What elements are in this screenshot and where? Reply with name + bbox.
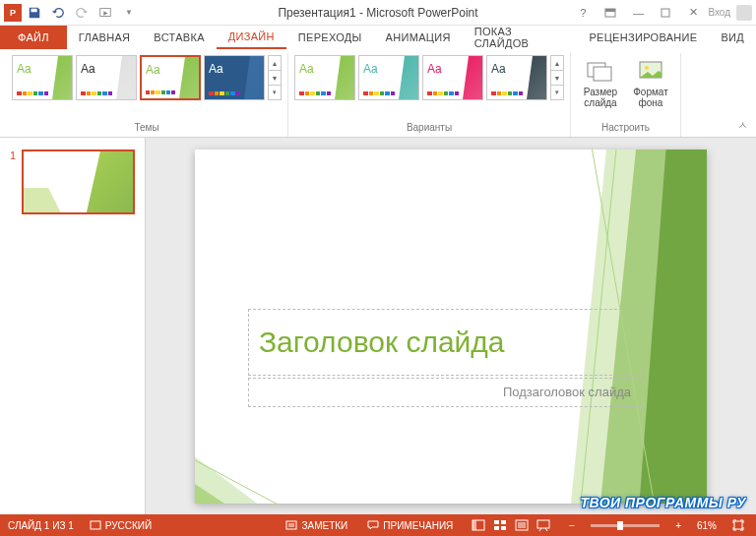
start-from-beginning-button[interactable] (94, 2, 116, 24)
slide-thumbnail-1[interactable]: 1 (10, 149, 135, 214)
svg-point-7 (645, 66, 649, 70)
window-controls: ? — ✕ Вход (570, 2, 752, 24)
undo-button[interactable] (47, 2, 69, 24)
zoom-out-button[interactable]: − (565, 520, 579, 531)
svg-rect-25 (501, 526, 506, 530)
slide-editor[interactable]: Заголовок слайда Подзаголовок слайда (146, 138, 756, 514)
slide-canvas: Заголовок слайда Подзаголовок слайда (195, 149, 707, 504)
notes-button[interactable]: ЗАМЕТКИ (282, 520, 351, 531)
language-button[interactable]: РУССКИЙ (86, 520, 156, 531)
zoom-slider[interactable] (591, 524, 660, 527)
svg-rect-3 (662, 9, 669, 17)
ribbon: AaAaAaAa▲▼▾ Темы AaAaAaAa▲▼▾ Варианты Ра… (0, 49, 756, 138)
slide-size-button[interactable]: Размер слайда (577, 55, 624, 110)
svg-rect-21 (472, 520, 476, 530)
zoom-level[interactable]: 61% (697, 520, 717, 531)
slide-size-icon (585, 57, 616, 85)
slide-decor-left (195, 405, 323, 504)
slide-number: 1 (10, 149, 16, 214)
ribbon-group-themes: AaAaAaAa▲▼▾ Темы (6, 53, 288, 137)
ribbon-display-button[interactable] (598, 2, 623, 24)
svg-rect-22 (494, 520, 499, 524)
variants-more-button[interactable]: ▲▼▾ (550, 55, 564, 100)
variants-group-label: Варианты (407, 120, 452, 137)
fit-to-window-button[interactable] (728, 519, 748, 531)
variant-thumb-1[interactable]: Aa (358, 55, 419, 100)
reading-view-button[interactable] (512, 517, 532, 533)
view-buttons (469, 517, 553, 533)
tab-design[interactable]: ДИЗАЙН (217, 26, 286, 49)
tab-transitions[interactable]: ПЕРЕХОДЫ (286, 26, 374, 49)
svg-rect-23 (501, 520, 506, 524)
customize-group-label: Настроить (601, 120, 650, 137)
svg-rect-5 (594, 67, 611, 81)
comments-button[interactable]: ПРИМЕЧАНИЯ (363, 520, 457, 531)
maximize-button[interactable] (653, 2, 678, 24)
help-button[interactable]: ? (570, 2, 596, 24)
ribbon-group-customize: Размер слайда Формат фона Настроить (571, 53, 681, 137)
window-title: Презентация1 - Microsoft PowerPoint (278, 6, 477, 20)
tab-home[interactable]: ГЛАВНАЯ (67, 26, 143, 49)
slide-subtitle-placeholder[interactable]: Подзаголовок слайда (248, 378, 642, 407)
slide-sorter-button[interactable] (490, 517, 510, 533)
minimize-button[interactable]: — (625, 2, 651, 24)
slides-thumbnail-panel[interactable]: 1 (0, 138, 146, 514)
theme-thumb-3[interactable]: Aa (204, 55, 265, 100)
tab-review[interactable]: РЕЦЕНЗИРОВАНИЕ (577, 26, 709, 49)
slide-counter[interactable]: СЛАЙД 1 ИЗ 1 (8, 520, 74, 531)
tab-insert[interactable]: ВСТАВКА (142, 26, 216, 49)
svg-rect-17 (286, 521, 296, 529)
svg-rect-2 (605, 9, 615, 12)
slide-title-placeholder[interactable]: Заголовок слайда (248, 309, 642, 376)
tab-slideshow[interactable]: ПОКАЗ СЛАЙДОВ (463, 26, 578, 49)
status-bar: СЛАЙД 1 ИЗ 1 РУССКИЙ ЗАМЕТКИ ПРИМЕЧАНИЯ … (0, 514, 756, 536)
slide-mini-preview (22, 149, 135, 214)
slideshow-view-button[interactable] (534, 517, 553, 533)
slide-subtitle-text: Подзаголовок слайда (503, 385, 631, 399)
variant-thumb-0[interactable]: Aa (294, 55, 355, 100)
theme-thumb-0[interactable]: Aa (12, 55, 73, 100)
sign-in-link[interactable]: Вход (708, 7, 730, 18)
ribbon-tabs: ФАЙЛ ГЛАВНАЯ ВСТАВКА ДИЗАЙН ПЕРЕХОДЫ АНИ… (0, 26, 756, 49)
user-avatar-icon[interactable] (736, 5, 752, 21)
svg-rect-33 (734, 521, 742, 529)
redo-button[interactable] (71, 2, 93, 24)
format-background-button[interactable]: Формат фона (627, 55, 674, 110)
collapse-ribbon-button[interactable]: ㅅ (734, 117, 750, 133)
ribbon-group-variants: AaAaAaAa▲▼▾ Варианты (288, 53, 571, 137)
normal-view-button[interactable] (469, 517, 488, 533)
svg-rect-24 (494, 526, 499, 530)
themes-more-button[interactable]: ▲▼▾ (268, 55, 282, 100)
quick-access-toolbar: P ▼ (0, 2, 140, 24)
workspace: 1 Заголовок слайда (0, 138, 756, 514)
qat-customize-button[interactable]: ▼ (118, 2, 140, 24)
variant-thumb-3[interactable]: Aa (486, 55, 547, 100)
svg-rect-30 (537, 520, 549, 528)
theme-thumb-1[interactable]: Aa (76, 55, 137, 100)
close-button[interactable]: ✕ (680, 2, 706, 24)
themes-group-label: Темы (134, 120, 158, 137)
tab-view[interactable]: ВИД (709, 26, 756, 49)
zoom-in-button[interactable]: + (671, 520, 685, 531)
format-background-icon (635, 57, 666, 85)
spell-check-icon (90, 520, 101, 530)
theme-thumb-2[interactable]: Aa (140, 55, 201, 100)
variant-thumb-2[interactable]: Aa (422, 55, 483, 100)
save-button[interactable] (24, 2, 45, 24)
notes-icon (285, 520, 297, 530)
svg-rect-16 (91, 521, 100, 529)
tab-animations[interactable]: АНИМАЦИЯ (374, 26, 463, 49)
tab-file[interactable]: ФАЙЛ (0, 26, 67, 49)
comments-icon (367, 520, 379, 530)
powerpoint-app-icon: P (4, 4, 22, 22)
slide-title-text: Заголовок слайда (259, 326, 505, 359)
title-bar: P ▼ Презентация1 - Microsoft PowerPoint … (0, 0, 756, 26)
